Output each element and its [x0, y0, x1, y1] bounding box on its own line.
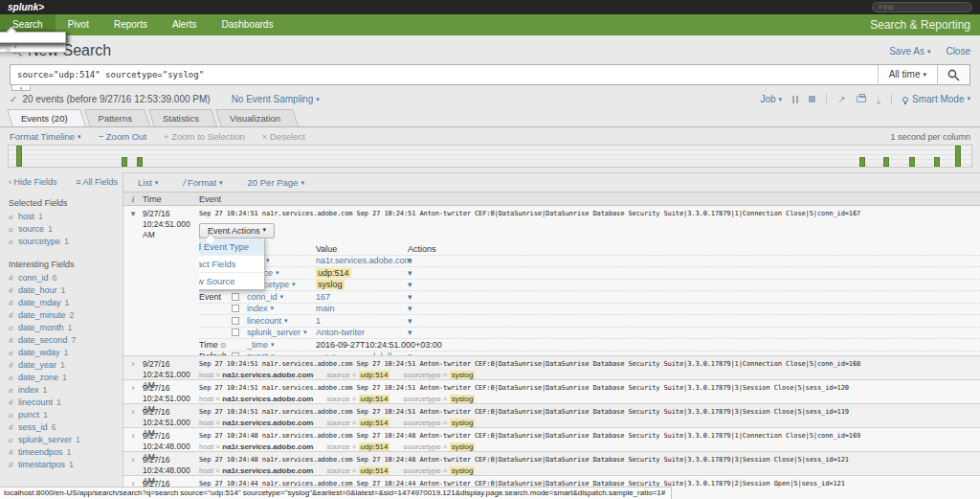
export-icon[interactable]: ↓ [877, 95, 881, 103]
menu-item-extract-fields[interactable]: Extract Fields [199, 256, 264, 273]
timeline-bar[interactable] [122, 157, 127, 167]
field-name-link[interactable]: index▾ [247, 304, 316, 313]
collapse-event-chevron[interactable]: ▾ [123, 206, 143, 355]
field-value[interactable]: Anton-twriter [316, 328, 394, 337]
field-actions-menu[interactable]: ▾ [394, 328, 429, 337]
tab-patterns[interactable]: Patterns [87, 109, 151, 126]
stop-icon[interactable] [809, 96, 815, 102]
event-raw-text[interactable]: Sep 27 10:24:48 na1r.services.adobe.com … [199, 452, 980, 464]
share-icon[interactable]: ↗ [837, 94, 845, 104]
field-name-link[interactable]: linecount▾ [247, 316, 316, 326]
gear-icon[interactable]: ⊙ [220, 341, 227, 350]
field-checkbox[interactable] [232, 305, 239, 312]
field-value[interactable]: udp:514 [316, 268, 394, 278]
event-timeline[interactable] [8, 145, 972, 168]
field-item-date_minute[interactable]: #date_minute2 [9, 309, 118, 322]
field-item-index[interactable]: aindex1 [9, 384, 118, 397]
meta-sourcetype[interactable]: sourcetype = syslog [403, 371, 475, 379]
meta-host[interactable]: host = na1r.services.adobe.com [199, 395, 313, 403]
expand-event-chevron[interactable]: › [123, 452, 143, 475]
nav-item-reports[interactable]: Reports [101, 14, 160, 35]
expand-event-chevron[interactable]: › [123, 380, 143, 403]
field-item-sess_id[interactable]: #sess_id6 [9, 421, 118, 434]
menu-item-build-event-type[interactable]: Build Event Type [199, 238, 264, 256]
field-checkbox[interactable] [232, 317, 239, 325]
field-item-punct[interactable]: apunct1 [9, 409, 118, 421]
search-query-input[interactable]: source="udp:514" sourcetype="syslog" [11, 65, 878, 84]
field-checkbox[interactable] [232, 293, 239, 301]
nav-item-dashboards[interactable]: Dashboards [210, 14, 286, 35]
search-submit-button[interactable] [937, 65, 969, 84]
menu-item-show-source[interactable]: Show Source [199, 273, 264, 289]
hide-fields-button[interactable]: ‹ Hide Fields [9, 177, 57, 187]
field-checkbox[interactable] [232, 352, 239, 355]
event-raw-text[interactable]: Sep 27 10:24:51 na1r.services.adobe.com … [199, 206, 980, 217]
field-item-date_wday[interactable]: adate_wday1 [9, 347, 118, 359]
list-type-menu[interactable]: List▾ [138, 177, 158, 188]
field-value[interactable]: na1r.services.adobe.com [316, 256, 394, 265]
field-item-linecount[interactable]: #linecount1 [9, 397, 118, 409]
field-item-splunk_server[interactable]: asplunk_server1 [9, 434, 118, 446]
event-raw-text[interactable]: Sep 27 10:24:51 na1r.services.adobe.com … [199, 380, 980, 392]
field-value[interactable]: 1 [316, 316, 394, 326]
field-actions-menu[interactable]: ▾ [394, 280, 429, 289]
splunk-logo[interactable]: splunk> [8, 2, 44, 12]
field-actions-menu[interactable]: ▾ [394, 292, 429, 302]
meta-sourcetype[interactable]: sourcetype = syslog [403, 395, 475, 403]
field-checkbox[interactable] [232, 329, 239, 336]
field-item-source[interactable]: asource1 [9, 223, 118, 236]
field-item-host[interactable]: ahost1 [9, 211, 118, 223]
close-button[interactable]: Close [946, 46, 970, 57]
event-raw-text[interactable]: Sep 27 10:24:51 na1r.services.adobe.com … [199, 404, 980, 416]
format-timeline-menu[interactable]: Format Timeline▾ [10, 131, 81, 142]
timeline-bar[interactable] [16, 146, 22, 167]
find-input[interactable] [872, 2, 972, 12]
field-value[interactable]: 167 [316, 292, 394, 302]
field-actions-menu[interactable]: ▾ [394, 256, 429, 265]
field-name-link[interactable]: _time▾ [247, 340, 316, 350]
field-item-date_mday[interactable]: #date_mday1 [9, 297, 118, 309]
event-raw-text[interactable]: Sep 27 10:24:48 na1r.services.adobe.com … [199, 428, 980, 440]
per-page-menu[interactable]: 20 Per Page▾ [248, 177, 304, 188]
expand-event-chevron[interactable]: › [123, 404, 143, 427]
meta-sourcetype[interactable]: sourcetype = syslog [403, 442, 475, 451]
field-item-date_zone[interactable]: adate_zone1 [9, 372, 118, 384]
meta-source[interactable]: source = udp:514 [326, 395, 390, 403]
timeline-bar[interactable] [909, 157, 915, 167]
timeline-bar[interactable] [955, 146, 961, 167]
meta-source[interactable]: source = udp:514 [326, 442, 390, 451]
field-name-link[interactable]: splunk_server▾ [247, 328, 316, 337]
meta-host[interactable]: host = na1r.services.adobe.com [199, 371, 313, 379]
tab-statistics[interactable]: Statistics [151, 109, 218, 126]
event-raw-text[interactable]: Sep 27 10:24:51 na1r.services.adobe.com … [199, 356, 980, 368]
field-value[interactable]: syslog [316, 280, 394, 289]
field-item-date_hour[interactable]: #date_hour1 [9, 284, 118, 297]
tab-visualization[interactable]: Visualization [218, 109, 300, 126]
field-item-date_month[interactable]: adate_month1 [9, 322, 118, 334]
field-actions-menu[interactable]: ▾ [394, 316, 429, 326]
meta-source[interactable]: source = udp:514 [326, 466, 390, 475]
meta-sourcetype[interactable]: sourcetype = syslog [403, 419, 475, 427]
field-item-sourcetype[interactable]: asourcetype1 [9, 236, 118, 248]
meta-host[interactable]: host = na1r.services.adobe.com [199, 442, 313, 451]
search-mode-menu[interactable]: Smart Mode▾ [902, 94, 970, 104]
time-range-picker[interactable]: All time▾ [878, 65, 937, 84]
field-value[interactable]: __:_:__.___.__|_|_||= [316, 352, 394, 355]
field-actions-menu[interactable]: ▾ [394, 268, 429, 278]
tab-events[interactable]: Events (20) [10, 109, 87, 126]
field-value[interactable]: main [316, 304, 394, 313]
pause-icon[interactable] [792, 96, 798, 103]
expand-event-chevron[interactable]: › [123, 356, 143, 379]
expand-event-chevron[interactable]: › [123, 428, 143, 451]
field-actions-menu[interactable]: ▾ [394, 304, 429, 313]
format-menu[interactable]: /Format▾ [183, 177, 222, 188]
field-item-date_second[interactable]: #date_second7 [9, 334, 118, 347]
meta-source[interactable]: source = udp:514 [326, 371, 390, 379]
event-sampling-menu[interactable]: No Event Sampling▾ [232, 94, 320, 104]
field-item-date_year[interactable]: #date_year1 [9, 359, 118, 372]
field-name-link[interactable]: punct▾ [247, 352, 316, 355]
timeline-bar[interactable] [137, 157, 143, 167]
timeline-bar[interactable] [883, 157, 889, 167]
print-icon[interactable] [857, 96, 866, 102]
field-name-link[interactable]: conn_id▾ [247, 292, 316, 302]
